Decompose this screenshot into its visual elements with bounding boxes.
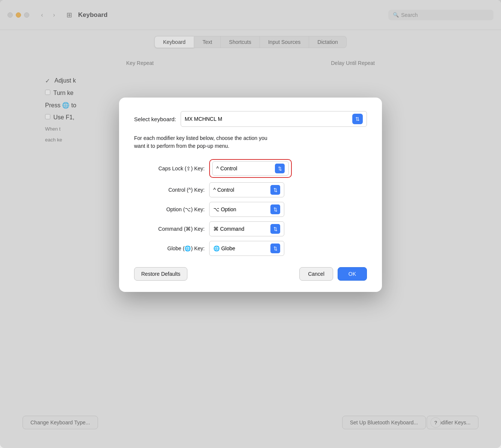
globe-value: 🌐 Globe <box>213 245 235 251</box>
main-window: ‹ › ⊞ Keyboard 🔍 Keyboard Text Shortcuts… <box>0 0 501 448</box>
caps-lock-arrows-icon: ⇅ <box>275 164 285 173</box>
command-value: ⌘ Command <box>213 226 244 232</box>
ok-button[interactable]: OK <box>338 267 367 281</box>
keyboard-select-arrows-icon: ⇅ <box>352 114 363 124</box>
modifier-keys-dialog: Select keyboard: MX MCHNCL M ⇅ For each … <box>119 98 382 292</box>
control-select-wrap: ^ Control ⇅ <box>209 182 367 197</box>
caps-lock-key-label: Caps Lock (⇪) Key: <box>134 165 209 171</box>
control-key-label: Control (^) Key: <box>134 187 209 193</box>
caps-lock-select[interactable]: ^ Control ⇅ <box>212 161 289 176</box>
modifier-table: Caps Lock (⇪) Key: ^ Control ⇅ Control (… <box>134 159 367 256</box>
globe-key-label: Globe (🌐) Key: <box>134 245 209 251</box>
option-value: ⌥ Option <box>213 206 236 212</box>
command-key-label: Command (⌘) Key: <box>134 226 209 232</box>
footer-right-buttons: Cancel OK <box>299 267 367 281</box>
option-key-label: Option (⌥) Key: <box>134 206 209 212</box>
select-keyboard-row: Select keyboard: MX MCHNCL M ⇅ <box>134 111 367 127</box>
cancel-button[interactable]: Cancel <box>299 267 333 281</box>
dialog-footer: Restore Defaults Cancel OK <box>134 267 367 281</box>
globe-select[interactable]: 🌐 Globe ⇅ <box>209 241 284 256</box>
control-arrows-icon: ⇅ <box>270 185 280 195</box>
select-keyboard-label: Select keyboard: <box>134 116 176 122</box>
modifier-row-caps-lock: Caps Lock (⇪) Key: ^ Control ⇅ <box>134 159 367 178</box>
command-select-wrap: ⌘ Command ⇅ <box>209 221 367 236</box>
modifier-row-globe: Globe (🌐) Key: 🌐 Globe ⇅ <box>134 241 367 256</box>
modifier-row-control: Control (^) Key: ^ Control ⇅ <box>134 182 367 197</box>
modifier-row-command: Command (⌘) Key: ⌘ Command ⇅ <box>134 221 367 236</box>
restore-defaults-button[interactable]: Restore Defaults <box>134 267 187 281</box>
option-arrows-icon: ⇅ <box>270 204 280 214</box>
modifier-row-option: Option (⌥) Key: ⌥ Option ⇅ <box>134 202 367 217</box>
command-arrows-icon: ⇅ <box>270 224 280 234</box>
caps-lock-select-wrap: ^ Control ⇅ <box>209 159 367 178</box>
option-select[interactable]: ⌥ Option ⇅ <box>209 202 284 217</box>
control-select[interactable]: ^ Control ⇅ <box>209 182 284 197</box>
caps-lock-value: ^ Control <box>216 165 237 171</box>
option-select-wrap: ⌥ Option ⇅ <box>209 202 367 217</box>
keyboard-select-dropdown[interactable]: MX MCHNCL M ⇅ <box>181 111 367 127</box>
keyboard-select-value: MX MCHNCL M <box>185 116 352 122</box>
globe-arrows-icon: ⇅ <box>270 244 280 253</box>
caps-lock-highlight-border: ^ Control ⇅ <box>209 159 292 178</box>
command-select[interactable]: ⌘ Command ⇅ <box>209 221 284 236</box>
dialog-description: For each modifier key listed below, choo… <box>134 134 367 150</box>
control-value: ^ Control <box>213 187 234 193</box>
globe-select-wrap: 🌐 Globe ⇅ <box>209 241 367 256</box>
